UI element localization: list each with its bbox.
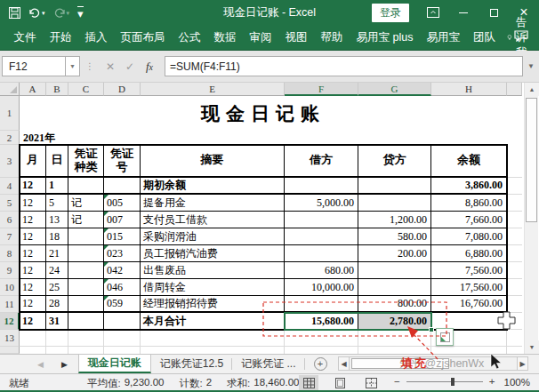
cell-no[interactable]: 023: [104, 245, 141, 262]
row-header[interactable]: 12: [0, 313, 20, 330]
cell-desc[interactable]: 本月合计: [141, 313, 285, 330]
sliver-cell[interactable]: [507, 195, 522, 212]
empty-cell[interactable]: [358, 330, 431, 347]
cell-balance[interactable]: 7,080.00: [431, 228, 507, 245]
column-header[interactable]: B: [46, 83, 68, 96]
row-header[interactable]: 9: [0, 262, 20, 279]
sliver-cell[interactable]: [507, 228, 522, 245]
maximize-button[interactable]: [487, 6, 500, 19]
zoom-in-icon[interactable]: +: [489, 376, 495, 387]
cell-debit[interactable]: 15,680.00: [285, 313, 358, 330]
cell-no[interactable]: 059: [104, 296, 141, 313]
zoom-slider-thumb[interactable]: [451, 378, 455, 386]
sheet-title-cell[interactable]: 现金日记账: [20, 96, 507, 131]
cell-type[interactable]: [68, 228, 104, 245]
cell-month[interactable]: 12: [20, 212, 46, 228]
scroll-up-icon[interactable]: ▲: [525, 83, 539, 96]
column-header[interactable]: F: [285, 83, 358, 96]
ribbon-tab-3[interactable]: 页面布局: [114, 26, 172, 50]
cell-credit[interactable]: 800.00: [358, 296, 431, 313]
empty-cell[interactable]: [68, 347, 104, 354]
header-cell-voucher_no[interactable]: 凭证 号: [104, 145, 141, 178]
cell-credit[interactable]: [358, 195, 431, 212]
cell-no[interactable]: 015: [104, 228, 141, 245]
normal-view-button[interactable]: [299, 375, 318, 390]
header-cell-summary[interactable]: 摘要: [141, 145, 285, 178]
row-header[interactable]: 3: [0, 145, 20, 178]
redo-dropdown-icon[interactable]: ▾: [67, 10, 70, 16]
cell-desc[interactable]: 支付员工借款: [141, 212, 285, 228]
undo-button[interactable]: ▾: [28, 7, 45, 18]
row-header[interactable]: 1: [0, 96, 20, 131]
sliver-cell[interactable]: [507, 145, 522, 178]
cell-credit[interactable]: 580.00: [358, 228, 431, 245]
cell-type[interactable]: [68, 245, 104, 262]
row-header[interactable]: 10: [0, 279, 20, 296]
cell-debit[interactable]: [285, 212, 358, 228]
sliver-cell[interactable]: [507, 296, 522, 313]
cell-desc[interactable]: 采购润滑油: [141, 228, 285, 245]
cell-day[interactable]: 24: [46, 262, 68, 279]
cell-no[interactable]: [104, 313, 141, 330]
column-header[interactable]: C: [68, 83, 104, 96]
scroll-left-icon[interactable]: ◀: [338, 356, 350, 371]
ribbon-tab-10[interactable]: 易用宝: [420, 26, 467, 50]
cell-credit[interactable]: [358, 262, 431, 279]
empty-cell[interactable]: [104, 347, 141, 354]
cell-balance[interactable]: 7,560.00: [431, 262, 507, 279]
cell-day[interactable]: 31: [46, 313, 68, 330]
row-header[interactable]: 2: [0, 131, 20, 145]
cell-type[interactable]: [68, 296, 104, 313]
column-header-sliver[interactable]: [507, 83, 522, 96]
cell-balance[interactable]: 16,760.00: [431, 296, 507, 313]
comment-icon[interactable]: [514, 29, 528, 45]
cell-day[interactable]: 28: [46, 296, 68, 313]
ribbon-tab-6[interactable]: 审阅: [243, 26, 278, 50]
cell-month[interactable]: 12: [20, 178, 46, 195]
cell-debit[interactable]: [285, 245, 358, 262]
cell-debit[interactable]: [285, 296, 358, 313]
cell-no[interactable]: [104, 178, 141, 195]
header-cell-credit[interactable]: 贷方: [358, 145, 431, 178]
empty-cell[interactable]: [358, 347, 431, 354]
ribbon-tab-8[interactable]: 帮助: [314, 26, 350, 50]
insert-function-icon[interactable]: fx: [140, 60, 159, 74]
zoom-slider[interactable]: [406, 381, 483, 382]
empty-cell[interactable]: [141, 330, 285, 347]
column-header[interactable]: H: [431, 83, 507, 96]
header-cell-debit[interactable]: 借方: [285, 145, 358, 178]
cell-month[interactable]: 12: [20, 262, 46, 279]
sheet-tab-0[interactable]: 现金日记账: [78, 355, 151, 373]
empty-cell[interactable]: [46, 347, 68, 354]
cell-credit[interactable]: [358, 178, 431, 195]
customize-quick-access-icon[interactable]: ▾: [77, 6, 84, 20]
empty-cell[interactable]: [68, 330, 104, 347]
new-sheet-button[interactable]: +: [314, 357, 327, 371]
sliver-cell[interactable]: [507, 212, 522, 228]
sliver-cell[interactable]: [507, 313, 522, 330]
row-header[interactable]: 8: [0, 245, 20, 262]
scroll-right-icon[interactable]: ▶: [517, 356, 528, 371]
cell-desc[interactable]: 员工报销汽油费: [141, 245, 285, 262]
cell-desc[interactable]: 借周转金: [141, 279, 285, 296]
cell-debit[interactable]: 680.00: [285, 262, 358, 279]
cell-no[interactable]: 046: [104, 279, 141, 296]
empty-cell[interactable]: [141, 347, 285, 354]
sliver-cell[interactable]: [507, 262, 522, 279]
page-break-view-button[interactable]: [361, 375, 381, 390]
cell-desc[interactable]: 提备用金: [141, 195, 285, 212]
cell-month[interactable]: 12: [20, 195, 46, 212]
cell-credit[interactable]: 2,780.00: [358, 313, 431, 330]
cancel-formula-icon[interactable]: ✕: [101, 60, 120, 73]
cell-credit[interactable]: 200.00: [358, 245, 431, 262]
cell-no[interactable]: 007: [104, 212, 141, 228]
cell-day[interactable]: 5: [46, 195, 68, 212]
name-box-dropdown-icon[interactable]: ▼: [66, 56, 80, 76]
empty-cell[interactable]: [431, 347, 507, 354]
save-icon[interactable]: [9, 7, 20, 19]
vertical-scroll-thumb[interactable]: [526, 98, 537, 222]
sliver-cell[interactable]: [507, 245, 522, 262]
empty-cell[interactable]: [20, 347, 46, 354]
ribbon-display-options-icon[interactable]: [427, 6, 439, 19]
cell-month[interactable]: 12: [20, 313, 46, 330]
